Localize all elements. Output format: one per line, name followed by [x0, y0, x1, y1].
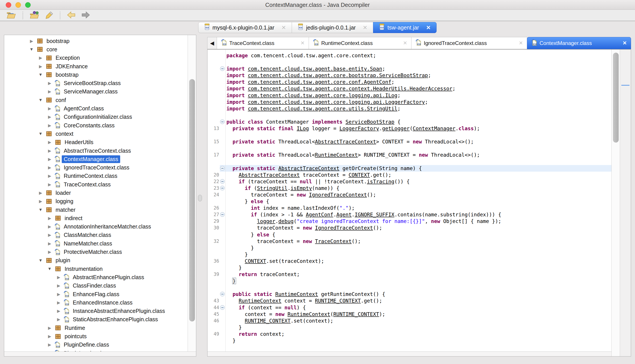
code-link[interactable]: com.tencent.cloud.tsw.agent.core.context… [248, 86, 452, 92]
code-link[interactable]: ContextManager [413, 126, 455, 131]
tree-item[interactable]: ▶Exception [4, 54, 188, 62]
code-link[interactable]: TraceContext [315, 238, 352, 244]
close-icon[interactable]: ✕ [623, 40, 627, 46]
disclosure-triangle-icon[interactable]: ▶ [47, 81, 52, 86]
tree-item[interactable]: ▶010ProtectiveMatcher.class [4, 248, 188, 256]
tree-item[interactable]: ▶010AbstractEnhancePlugin.class [4, 273, 188, 281]
disclosure-triangle-icon[interactable]: ▶ [47, 89, 52, 94]
code-link[interactable]: com.tencent.cloud.tsw.agent.core.logging… [248, 92, 398, 98]
disclosure-triangle-icon[interactable]: ▶ [47, 342, 52, 347]
overview-ruler[interactable] [620, 50, 631, 356]
disclosure-triangle-icon[interactable]: ▶ [47, 140, 52, 145]
disclosure-triangle-icon[interactable]: ▶ [56, 308, 61, 314]
tree-item[interactable]: ▶loader [4, 188, 188, 197]
disclosure-triangle-icon[interactable]: ▶ [47, 123, 52, 128]
fold-collapse-icon[interactable]: – [220, 305, 225, 310]
disclosure-triangle-icon[interactable]: ▶ [47, 326, 52, 330]
fold-collapse-icon[interactable]: – [220, 179, 225, 184]
fold-collapse-icon[interactable]: – [220, 292, 225, 296]
tree-item[interactable]: ▶010AgentConf.class [4, 104, 188, 112]
jar-tab[interactable]: 010tsw-agent.jar✕ [373, 22, 437, 33]
code-link[interactable]: isEmpty [291, 185, 312, 191]
tree-item[interactable]: ▶010AnnotationInheritanceMatcher.class [4, 222, 188, 231]
code-link[interactable]: RUNTIME_CONTEXT [245, 318, 291, 324]
disclosure-triangle-icon[interactable]: ▶ [38, 64, 43, 69]
disclosure-triangle-icon[interactable]: ▶ [56, 283, 61, 288]
code-link[interactable]: com.tencent.cloud.tsw.agent.core.logging… [248, 99, 425, 105]
disclosure-triangle-icon[interactable]: ▼ [38, 207, 43, 212]
tree-item[interactable]: ▼context [4, 130, 188, 138]
code-link[interactable]: com.tencent.cloud.tsw.agent.core.utils.S… [248, 106, 398, 112]
code-link[interactable]: getLogger [382, 126, 410, 131]
disclosure-triangle-icon[interactable]: ▶ [38, 55, 43, 60]
code-link[interactable]: RUNTIME_CONTEXT [315, 298, 361, 304]
tree-vertical-scrollbar[interactable] [188, 35, 196, 352]
jar-tab[interactable]: 010jedis-plugin-0.0.1.jar✕ [292, 22, 373, 33]
disclosure-triangle-icon[interactable]: ▼ [38, 98, 43, 102]
disclosure-triangle-icon[interactable]: ▶ [47, 232, 52, 238]
forward-button[interactable] [81, 11, 90, 20]
tree-item[interactable]: ▶JDKEnhance [4, 62, 188, 70]
fold-collapse-icon[interactable]: – [220, 66, 225, 71]
code-link[interactable]: ServiceBootStrap [345, 119, 394, 125]
disclosure-triangle-icon[interactable]: ▶ [56, 300, 61, 305]
disclosure-triangle-icon[interactable]: ▶ [47, 182, 52, 187]
disclosure-triangle-icon[interactable]: ▶ [47, 157, 52, 162]
disclosure-triangle-icon[interactable]: ▼ [38, 258, 43, 263]
disclosure-triangle-icon[interactable]: ▶ [47, 224, 52, 229]
tree-item[interactable]: ▶010ClassFinder.class [4, 282, 188, 290]
code-link[interactable]: RUNTIME_CONTEXT [333, 311, 379, 317]
open-file-button[interactable] [6, 11, 16, 20]
open-type-button[interactable] [29, 11, 40, 20]
tree-item[interactable]: ▼bootstrap [4, 70, 188, 79]
jar-tab[interactable]: 010mysql-6.x-plugin-0.0.1.jar✕ [198, 22, 292, 33]
tree-item[interactable]: ▶010PluginLoader.class [4, 349, 188, 352]
tab-scroll-left-button[interactable]: ◀ [207, 37, 217, 49]
code-link[interactable]: com.tencent.cloud.tsw.agent.core.bootstr… [248, 72, 428, 78]
tree-item[interactable]: ▶HeaderUtils [4, 138, 188, 146]
code-link[interactable]: CONTEXT [245, 258, 266, 264]
disclosure-triangle-icon[interactable]: ▶ [38, 190, 43, 196]
tree-item[interactable]: ▶010AbstractTraceContext.class [4, 146, 188, 155]
tree-item[interactable]: ▶010StaticAbstractEnhancePlugin.class [4, 315, 188, 324]
tree-item[interactable]: ▶Runtime [4, 324, 188, 332]
disclosure-triangle-icon[interactable]: ▼ [47, 266, 52, 271]
tree-item[interactable]: ▼conf [4, 96, 188, 104]
disclosure-triangle-icon[interactable]: ▶ [47, 334, 52, 339]
close-icon[interactable]: ✕ [363, 24, 367, 31]
disclosure-triangle-icon[interactable]: ▶ [47, 216, 52, 221]
tree-item[interactable]: ▶010CoreConstants.class [4, 121, 188, 130]
tree-item[interactable]: ▶010ConfigurationInitializer.class [4, 113, 188, 121]
disclosure-triangle-icon[interactable]: ▶ [47, 250, 52, 254]
tree-item[interactable]: ▶010RuntimeContext.class [4, 172, 188, 180]
tree-item[interactable]: ▶bootstrap [4, 37, 188, 45]
disclosure-triangle-icon[interactable]: ▶ [47, 114, 52, 120]
editor-vertical-scrollbar[interactable] [611, 50, 620, 356]
tree-item[interactable]: ▶010EnhanceFlag.class [4, 290, 188, 298]
fold-collapse-icon[interactable]: – [220, 166, 225, 170]
class-tab[interactable]: 010IgnoredTraceContext.class✕ [411, 37, 527, 49]
disclosure-triangle-icon[interactable]: ▼ [38, 72, 43, 77]
class-tab[interactable]: 010RuntimeContext.class✕ [309, 37, 411, 49]
back-button[interactable] [67, 11, 76, 20]
tree-item[interactable]: ▶010ContextManager.class [4, 155, 188, 163]
code-link[interactable]: AgentConf [306, 212, 333, 218]
tree-item[interactable]: ▶010ServiceManager.class [4, 88, 188, 96]
tree-item[interactable]: ▶010NameMatcher.class [4, 239, 188, 248]
tree-item[interactable]: ▶010EnhancedInstance.class [4, 298, 188, 307]
disclosure-triangle-icon[interactable]: ▶ [47, 148, 52, 153]
close-icon[interactable]: ✕ [281, 24, 286, 31]
tree-item[interactable]: ▼core [4, 45, 188, 54]
code-link[interactable]: RuntimeContext [275, 291, 318, 297]
code-link[interactable]: CONTEXT [349, 172, 370, 178]
code-link[interactable]: StringUtil [257, 185, 288, 191]
tree-scrollbar-thumb[interactable] [189, 79, 195, 322]
code-editor-panel[interactable]: package com.tencent.cloud.tsw.agent.core… [207, 49, 631, 356]
tree-item[interactable]: ▶pointcuts [4, 332, 188, 340]
overview-ruler-marker[interactable] [621, 85, 629, 86]
tree-item[interactable]: ▶010TraceContext.class [4, 180, 188, 188]
tree-item[interactable]: ▶010InstanceAbstractEnhancePlugin.class [4, 307, 188, 315]
tree-item[interactable]: ▶010PluginDefine.class [4, 341, 188, 349]
code-link[interactable]: logger [257, 218, 275, 224]
fold-collapse-icon[interactable]: – [220, 186, 225, 190]
